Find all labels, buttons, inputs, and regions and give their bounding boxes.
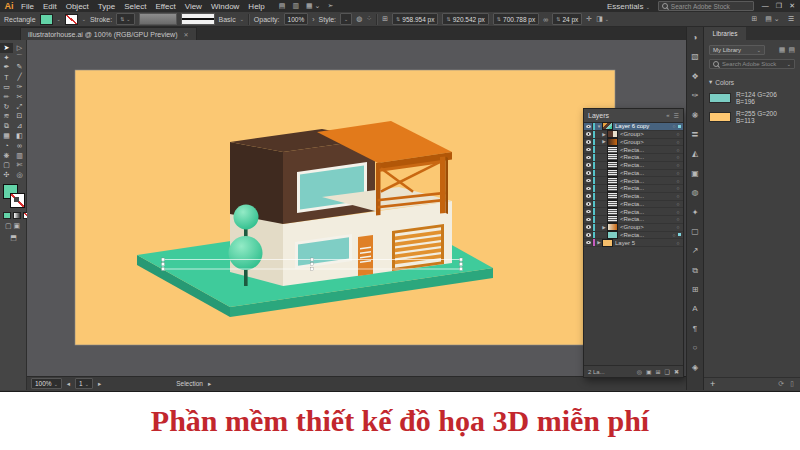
reference-point-icon[interactable]: ⊞ [382,15,388,23]
shape-builder-tool[interactable]: ⧉ [0,121,13,131]
layer-name[interactable]: <Recta... [620,154,675,160]
blend-tool[interactable]: ∞ [13,141,26,151]
visibility-toggle[interactable] [584,131,593,138]
x-position-input[interactable]: ⇅958.954 px [392,13,438,25]
visibility-toggle[interactable] [584,193,593,200]
target-circle-icon[interactable]: ○ [675,185,681,191]
target-circle-icon[interactable]: ○ [675,224,681,230]
panel-paragraph-icon[interactable]: ¶ [693,325,697,333]
panel-character-icon[interactable]: A [692,305,697,313]
target-circle-icon[interactable]: ○ [675,201,681,207]
workspace-switcher[interactable]: Essentials ⌄ [607,2,650,11]
add-asset-button[interactable]: + [710,379,715,389]
target-circle-icon[interactable]: ○ [675,154,681,160]
panel-color-icon[interactable]: ◑ [693,34,698,42]
menu-item[interactable]: Effect [155,2,175,11]
layer-name[interactable]: Layer 6 copy [615,123,671,129]
layer-name[interactable]: <Recta... [620,178,675,184]
shape-mode-icon[interactable]: ◨ ⌄ [596,15,609,23]
line-segment-tool[interactable]: ╱ [13,72,26,82]
close-button[interactable]: ✕ [789,2,795,10]
layer-row[interactable]: ▶ <Group> ○ [584,224,683,232]
drawing-modes[interactable]: ▢▣ [0,222,27,230]
target-circle-icon[interactable]: ○ [675,147,681,153]
delete-layer-icon[interactable]: ✖ [674,368,679,375]
panel-menu-icon[interactable]: ☰ [674,112,679,119]
layer-row[interactable]: <Recta... ○ [584,208,683,216]
stroke-profile-dropdown[interactable] [139,13,177,25]
symbol-sprayer-tool[interactable]: ❋ [0,151,13,161]
visibility-toggle[interactable] [584,208,593,215]
layer-name[interactable]: <Group> [620,139,675,145]
menu-item[interactable]: View [185,2,202,11]
panel-symbols-icon[interactable]: ❋ [692,112,699,120]
free-transform-tool[interactable]: ⊡ [13,112,26,122]
gradient-tool[interactable]: ◧ [13,131,26,141]
type-tool[interactable]: T [0,72,13,82]
document-setup-icon[interactable]: ◍ [356,15,362,23]
mesh-tool[interactable]: ▦ [0,131,13,141]
layer-row[interactable]: ▶ <Group> ○ [584,131,683,139]
locate-object-icon[interactable]: ◎ [637,368,642,375]
layer-name[interactable]: Layer 5 [615,240,675,246]
layer-row[interactable]: <Recta... ○ [584,162,683,170]
chevron-down-icon[interactable]: ⌄ [82,16,86,22]
stock-search-input[interactable]: Search Adobe Stock [658,1,754,11]
menu-item[interactable]: Type [98,2,115,11]
selection-tool[interactable]: ➤ [0,43,13,53]
minimize-button[interactable]: — [762,2,769,10]
restore-button[interactable]: ❐ [776,2,782,10]
layer-name[interactable]: <Recta... [620,170,675,176]
layer-row[interactable]: <Recta... ○ [584,216,683,224]
curvature-tool[interactable]: ✎ [13,63,26,73]
layer-name[interactable]: <Group> [620,131,675,137]
panel-brushes-icon[interactable]: ✑ [692,92,699,100]
layer-row[interactable]: <Recta... ○ [584,177,683,185]
document-layout-icon[interactable]: ▥ [292,2,299,10]
layer-row[interactable]: <Recta... ○ [584,193,683,201]
menu-item[interactable]: Window [211,2,239,11]
style-dropdown[interactable]: ⌄ [340,13,352,25]
gradient-button[interactable] [13,212,21,219]
artboard-nav-dropdown[interactable]: 1⌄ [75,378,93,389]
layer-name[interactable]: <Recta... [620,185,675,191]
target-circle-icon[interactable]: ○ [675,178,681,184]
height-input[interactable]: ⇅24 px [552,13,582,25]
rotate-tool[interactable]: ↻ [0,102,13,112]
visibility-toggle[interactable] [584,232,593,239]
target-circle-icon[interactable]: ○ [675,209,681,215]
library-swatch-row[interactable]: R=255 G=200 B=113 [709,110,795,124]
panel-transparency-icon[interactable]: ▣ [691,170,699,178]
zoom-tool[interactable]: ◎ [13,170,26,180]
opacity-input[interactable]: 100% [284,13,309,25]
layer-name[interactable]: <Recta... [620,162,675,168]
stroke-color-swatch[interactable] [65,14,78,25]
color-button[interactable] [3,212,11,219]
list-view-icon[interactable]: ▤ [788,46,795,54]
library-swatch-row[interactable]: R=124 G=206 B=196 [709,91,795,105]
arrange-documents-icon[interactable]: ▤ [279,2,286,10]
visibility-toggle[interactable] [584,162,593,169]
new-layer-icon[interactable]: ❑ [665,368,670,375]
visibility-toggle[interactable] [584,239,593,246]
chevron-right-icon[interactable]: › [312,16,314,23]
section-collapse-icon[interactable]: ▾ [709,78,712,86]
layer-row[interactable]: ▶ Layer 5 ○ [584,239,683,247]
target-circle-icon[interactable]: ○ [675,170,681,176]
layer-row[interactable]: ▶ <Group> ○ [584,139,683,147]
target-circle-icon[interactable]: ○ [675,240,681,246]
panel-layout-icon[interactable]: ▤ ⌄ [765,15,779,23]
layer-name[interactable]: <Recta... [620,147,675,153]
chevron-down-icon[interactable]: ⌄ [240,16,244,22]
panel-align-icon[interactable]: ⧉ [692,267,698,275]
direct-selection-tool[interactable]: ▷ [13,43,26,53]
layer-row[interactable]: <Recta... ○ [584,170,683,178]
align-icon[interactable]: ⁘ [366,15,372,23]
panel-appearance-icon[interactable]: ◍ [692,189,699,197]
pencil-tool[interactable]: ✏ [0,92,13,102]
panel-gradient-icon[interactable]: ◭ [692,150,698,158]
target-circle-icon[interactable]: ○ [671,232,677,238]
column-graph-tool[interactable]: ▥ [13,151,26,161]
visibility-toggle[interactable] [584,146,593,153]
transform-icon[interactable]: ✛ [586,15,592,23]
